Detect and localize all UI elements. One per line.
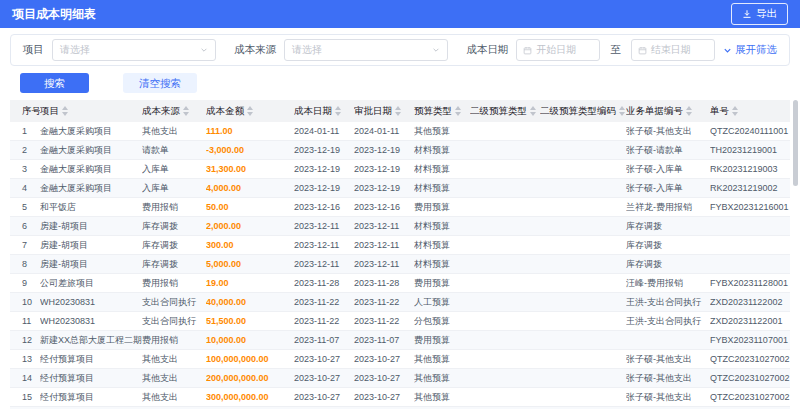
table-row[interactable]: 7房建-胡项目库存调拨300.002023-12-112023-12-11材料预… (10, 236, 790, 255)
cell: 其他支出 (142, 372, 206, 385)
sort-icon[interactable] (335, 106, 341, 116)
cell: 经付预算项目 (40, 391, 142, 404)
clear-search-button[interactable]: 清空搜索 (123, 73, 197, 93)
cell: 库存调拨 (142, 258, 206, 271)
cell: 经付预算项目 (40, 372, 142, 385)
column-header[interactable]: 二级预算类型 (470, 105, 540, 118)
cell: 2023-12-19 (354, 145, 414, 155)
table-row[interactable]: 15经付预算项目其他支出300,000,000.002023-10-272023… (10, 388, 790, 407)
search-button[interactable]: 搜索 (20, 73, 89, 93)
cell: 14 (10, 373, 40, 383)
cell: 15 (10, 392, 40, 402)
cell: 汪峰-费用报销 (626, 277, 710, 290)
date-end-placeholder: 结束日期 (651, 43, 691, 57)
cell: QTZC20231027002 (710, 392, 790, 402)
cell: 分包预算 (414, 315, 470, 328)
table-row[interactable]: 1金融大厦采购项目其他支出111.002024-01-112024-01-11其… (10, 122, 790, 141)
cell: 2 (10, 145, 40, 155)
cell: 300.00 (206, 240, 294, 250)
cell: 9 (10, 278, 40, 288)
cell: 房建-胡项目 (40, 258, 142, 271)
cell: 7 (10, 240, 40, 250)
table-row[interactable]: 5和平饭店费用报销50.002023-12-162023-12-16费用预算兰祥… (10, 198, 790, 217)
cell: WH20230831 (40, 297, 142, 307)
date-start-input[interactable]: 开始日期 (516, 39, 600, 61)
cell: 入库单 (142, 163, 206, 176)
column-header[interactable]: 预算类型 (414, 105, 470, 118)
column-header[interactable]: 成本日期 (294, 105, 354, 118)
cell: 费用报销 (142, 201, 206, 214)
export-button[interactable]: 导出 (731, 3, 788, 25)
column-header[interactable]: 项目 (40, 105, 142, 118)
sort-icon[interactable] (455, 106, 461, 116)
project-select[interactable]: 请选择 (52, 39, 216, 61)
column-label: 成本金额 (206, 105, 244, 118)
cell: 材料预算 (414, 163, 470, 176)
table-row[interactable]: 12新建XX总部大厦工程二期费用报销10,000.002023-11-07202… (10, 331, 790, 350)
table-row[interactable]: 9公司差旅项目费用报销19.002023-11-282023-11-28费用预算… (10, 274, 790, 293)
column-header[interactable]: 业务单据编号 (626, 105, 710, 118)
cell: QTZC20240111001 (710, 126, 790, 136)
cell: 2,000.00 (206, 221, 294, 231)
cell: 其他预算 (414, 125, 470, 138)
calendar-icon (638, 46, 647, 55)
cell: 人工预算 (414, 296, 470, 309)
cost-source-select[interactable]: 请选择 (284, 39, 448, 61)
sort-icon[interactable] (619, 106, 625, 116)
cell: 200,000,000.00 (206, 373, 294, 383)
table-row[interactable]: 13经付预算项目其他支出100,000,000.002023-10-272023… (10, 350, 790, 369)
cell: 金融大厦采购项目 (40, 125, 142, 138)
cell: 50.00 (206, 202, 294, 212)
cell: 2023-12-11 (354, 221, 414, 231)
cell: 费用报销 (142, 277, 206, 290)
table-row[interactable]: 6房建-胡项目库存调拨2,000.002023-12-112023-12-11材… (10, 217, 790, 236)
chevron-down-icon (723, 46, 732, 55)
cell: 4 (10, 183, 40, 193)
vertical-scrollbar-thumb[interactable] (793, 100, 798, 186)
table-row[interactable]: 4金融大厦采购项目入库单4,000.002023-12-192023-12-19… (10, 179, 790, 198)
project-select-placeholder: 请选择 (60, 43, 90, 57)
column-header[interactable]: 成本来源 (142, 105, 206, 118)
cell: 2023-12-16 (354, 202, 414, 212)
column-header[interactable]: 成本金额 (206, 105, 294, 118)
table-row[interactable]: 2金融大厦采购项目请款单-3,000.002023-12-192023-12-1… (10, 141, 790, 160)
table-row[interactable]: 14经付预算项目其他支出200,000,000.002023-10-272023… (10, 369, 790, 388)
date-separator: 至 (610, 43, 621, 57)
project-label: 项目 (23, 43, 44, 57)
date-end-input[interactable]: 结束日期 (631, 39, 715, 61)
column-header[interactable]: 单号 (710, 105, 790, 118)
cell: 111.00 (206, 126, 294, 136)
cell: 张子硕-请款单 (626, 144, 710, 157)
cell: 张子硕-其他支出 (626, 125, 710, 138)
cell: 2023-12-11 (294, 240, 354, 250)
cell: 2023-12-11 (354, 259, 414, 269)
table-row[interactable]: 11WH20230831支出合同执行51,500.002023-11-22202… (10, 312, 790, 331)
sort-icon[interactable] (247, 106, 253, 116)
column-header[interactable]: 审批日期 (354, 105, 414, 118)
table-row[interactable]: 8房建-胡项目库存调拨5,000.002023-12-112023-12-11材… (10, 255, 790, 274)
cell: 300,000,000.00 (206, 392, 294, 402)
cell: 请款单 (142, 144, 206, 157)
cell: FYBX20231128001 (710, 278, 790, 288)
cell: FYBX20231107001 (710, 335, 790, 345)
export-icon (742, 9, 752, 19)
sort-icon[interactable] (395, 106, 401, 116)
sort-icon[interactable] (530, 106, 536, 116)
table-row[interactable]: 3金融大厦采购项目入库单31,300.002023-12-192023-12-1… (10, 160, 790, 179)
cell: 房建-胡项目 (40, 239, 142, 252)
cell: WH20230831 (40, 316, 142, 326)
cell: 费用预算 (414, 334, 470, 347)
cell: 费用预算 (414, 277, 470, 290)
sort-icon[interactable] (732, 106, 738, 116)
expand-filter-link[interactable]: 展开筛选 (723, 43, 777, 57)
table-row[interactable]: 10WH20230831支出合同执行40,000.002023-11-22202… (10, 293, 790, 312)
cell: 库存调拨 (626, 258, 710, 271)
cell: 2023-10-27 (294, 392, 354, 402)
sort-icon[interactable] (62, 106, 68, 116)
cell: 19.00 (206, 278, 294, 288)
topbar: 项目成本明细表 导出 (0, 0, 800, 28)
column-header[interactable]: 序号 (10, 105, 40, 118)
sort-icon[interactable] (183, 106, 189, 116)
column-header[interactable]: 二级预算类型编码 (540, 105, 626, 118)
sort-icon[interactable] (686, 106, 692, 116)
